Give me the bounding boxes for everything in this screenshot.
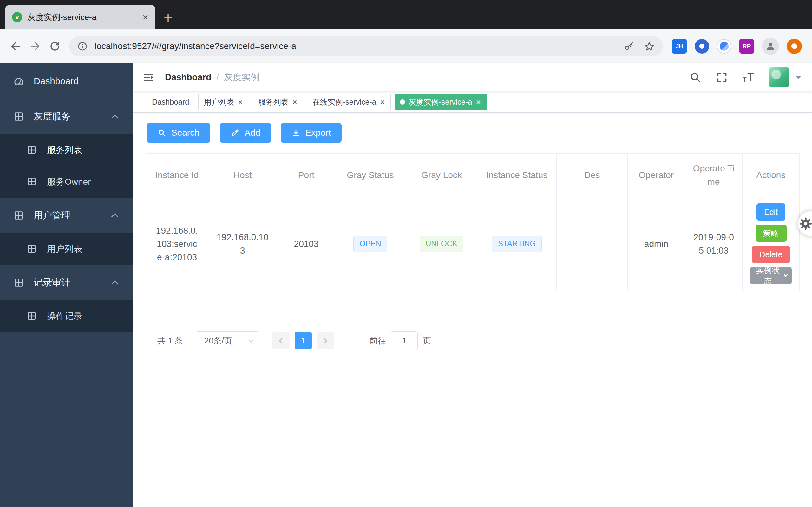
column-header-gray-status: Gray Status	[335, 154, 406, 197]
update-warning-icon[interactable]	[786, 39, 802, 54]
submenu-user-mgmt: 用户列表	[0, 233, 133, 265]
sidebar-item-label: 服务列表	[47, 144, 83, 156]
chevron-down-icon	[248, 337, 254, 343]
cell-actions: Edit 策略 Delete 实例状态	[743, 197, 800, 291]
export-button-label: Export	[305, 128, 331, 138]
goto-page-input[interactable]	[391, 331, 418, 350]
next-page-button[interactable]	[317, 332, 334, 349]
main-area: Dashboard / 灰度实例 TT	[133, 63, 812, 507]
cell-gray-lock: UNLOCK	[406, 197, 477, 291]
sidebar-group-user-mgmt[interactable]: 用户管理	[0, 198, 133, 233]
tag-label: 服务列表	[258, 97, 289, 107]
browser-toolbar: localhost:9527/#/gray/instance?serviceId…	[0, 29, 812, 63]
site-info-icon[interactable]	[78, 41, 88, 51]
browser-profile-avatar[interactable]	[762, 38, 779, 55]
browser-tab[interactable]: v 灰度实例-service-a ×	[5, 5, 155, 29]
tag-close-icon[interactable]: ×	[475, 98, 481, 106]
grid-icon	[13, 277, 24, 288]
pagination: 共 1 条 20条/页 1 前往 页	[147, 331, 799, 350]
sidebar-item-user-list[interactable]: 用户列表	[0, 233, 133, 265]
user-avatar[interactable]	[769, 67, 789, 88]
app-navbar: Dashboard / 灰度实例 TT	[133, 63, 812, 91]
chevron-up-icon	[111, 280, 119, 288]
tab-title: 灰度实例-service-a	[27, 12, 136, 23]
policy-button[interactable]: 策略	[756, 225, 786, 242]
search-button[interactable]: Search	[147, 123, 210, 143]
new-tab-button[interactable]: +	[164, 10, 172, 25]
column-header-host: Host	[207, 154, 278, 197]
add-button[interactable]: Add	[220, 123, 271, 143]
tag-dashboard[interactable]: Dashboard	[147, 94, 194, 110]
tag-close-icon[interactable]: ×	[292, 98, 298, 106]
extensions-row: JH RP	[667, 38, 806, 55]
page-number-1[interactable]: 1	[295, 332, 312, 349]
fullscreen-icon[interactable]	[716, 71, 728, 83]
instance-status-dropdown[interactable]: 实例状态	[750, 267, 792, 284]
sidebar-item-label: Dashboard	[34, 76, 79, 87]
column-header-port: Port	[278, 154, 335, 197]
chevron-down-icon[interactable]	[796, 76, 801, 79]
download-icon	[292, 128, 300, 137]
total-count-label: 共 1 条	[157, 335, 183, 346]
cell-instance-id: 192.168.0.103:service-a:20103	[147, 197, 207, 291]
gray-lock-badge: UNLOCK	[420, 236, 463, 252]
tab-close-button[interactable]: ×	[141, 12, 150, 22]
instance-table: Instance Id Host Port Gray Status Gray L…	[147, 153, 800, 291]
column-header-instance-id: Instance Id	[147, 154, 207, 197]
globe-core	[720, 42, 728, 51]
prev-page-button[interactable]	[272, 332, 290, 349]
tag-label: 在线实例-service-a	[312, 97, 376, 107]
page-size-select[interactable]: 20条/页	[196, 331, 259, 350]
screen: v 灰度实例-service-a × + localhost:9527/#/gr…	[0, 0, 812, 507]
password-key-icon[interactable]	[623, 41, 635, 52]
search-icon	[157, 128, 166, 137]
sidebar-item-service-owner[interactable]: 服务Owner	[0, 166, 133, 198]
export-button[interactable]: Export	[281, 123, 342, 143]
tag-gray-instance-active[interactable]: 灰度实例-service-a ×	[395, 94, 487, 110]
tag-online-instance[interactable]: 在线实例-service-a ×	[307, 94, 391, 110]
bookmark-star-icon[interactable]	[644, 41, 655, 52]
sidebar-item-operation-log[interactable]: 操作记录	[0, 300, 133, 332]
sidebar-group-label: 记录审计	[34, 276, 70, 289]
navbar-right: TT	[689, 67, 812, 88]
tag-service-list[interactable]: 服务列表 ×	[253, 94, 303, 110]
address-bar[interactable]: localhost:9527/#/gray/instance?serviceId…	[69, 36, 663, 56]
sidebar-item-dashboard[interactable]: Dashboard	[0, 63, 133, 99]
extension-jh-icon[interactable]: JH	[672, 39, 687, 54]
goto-page-group: 前往 页	[369, 331, 431, 350]
sidebar-item-label: 操作记录	[47, 310, 83, 322]
sidebar-group-audit[interactable]: 记录审计	[0, 265, 133, 300]
cell-port: 20103	[278, 197, 335, 291]
app-window: Dashboard 灰度服务 服务列表	[0, 63, 812, 507]
edit-button[interactable]: Edit	[757, 204, 785, 221]
tag-close-icon[interactable]: ×	[237, 98, 243, 106]
chevron-left-icon	[279, 338, 285, 343]
sidebar-group-gray-service[interactable]: 灰度服务	[0, 99, 133, 134]
tag-user-list[interactable]: 用户列表 ×	[198, 94, 249, 110]
sidebar-item-label: 服务Owner	[47, 176, 91, 188]
column-header-instance-status: Instance Status	[477, 154, 557, 197]
search-button-label: Search	[171, 128, 200, 138]
extension-rp-icon[interactable]: RP	[739, 39, 754, 54]
delete-button[interactable]: Delete	[752, 246, 790, 263]
chevron-up-icon	[111, 213, 119, 221]
forward-button[interactable]	[26, 37, 45, 56]
reload-button[interactable]	[45, 37, 65, 56]
sidebar-toggle-icon[interactable]	[133, 63, 164, 91]
search-icon[interactable]	[689, 71, 701, 83]
sidebar-item-service-list[interactable]: 服务列表	[0, 134, 133, 166]
grid-icon	[27, 244, 38, 255]
extension-globe-icon[interactable]	[717, 39, 731, 54]
back-button[interactable]	[6, 37, 26, 56]
breadcrumb-current: 灰度实例	[224, 71, 259, 83]
page-size-value: 20条/页	[204, 335, 232, 346]
table-row: 192.168.0.103:service-a:20103 192.168.0.…	[147, 197, 800, 291]
breadcrumb-dashboard-link[interactable]: Dashboard	[165, 72, 211, 82]
cell-instance-status: STARTING	[477, 197, 557, 291]
tags-view: Dashboard 用户列表 × 服务列表 × 在线实例-service-a ×…	[133, 91, 812, 113]
tag-label: 用户列表	[204, 97, 234, 107]
sidebar-group-label: 用户管理	[34, 209, 70, 222]
extension-blue-icon[interactable]	[695, 39, 709, 54]
font-size-icon[interactable]: TT	[743, 72, 754, 83]
tag-close-icon[interactable]: ×	[379, 98, 386, 106]
